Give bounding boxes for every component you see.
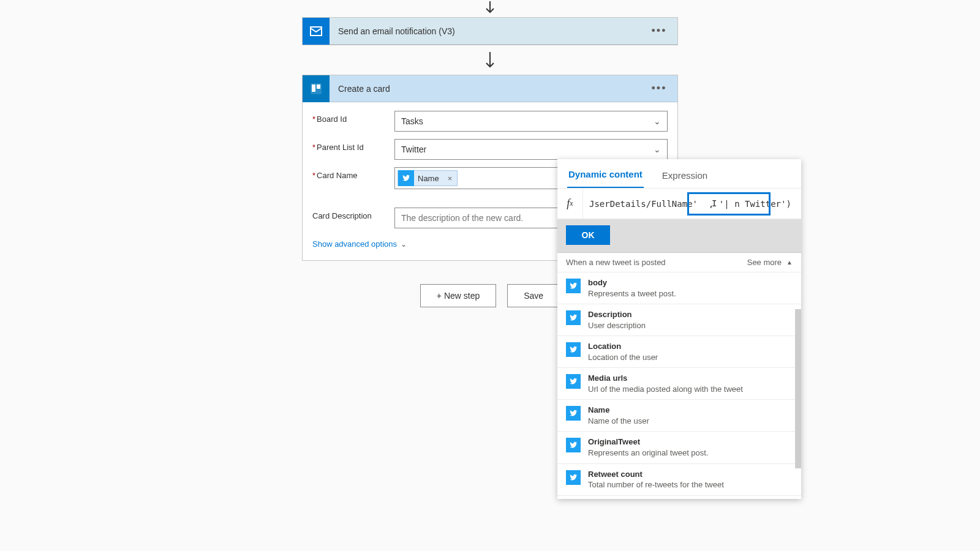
dynamic-token-name[interactable]: Name × [398, 170, 458, 186]
flow-arrow-icon [302, 0, 678, 16]
dynamic-item-title: Description [588, 309, 646, 320]
dynamic-item-title: Media urls [588, 373, 743, 384]
dynamic-item-desc: Represents a tweet post. [588, 288, 676, 299]
dynamic-item-desc: Url of the media posted along with the t… [588, 384, 743, 395]
dynamic-content-item[interactable]: Tweet text Text content of the tweet [557, 496, 801, 499]
dynamic-item-desc: Location of the user [588, 352, 658, 363]
step-title: Create a card [338, 84, 642, 94]
dynamic-content-item[interactable]: Name Name of the user [557, 400, 801, 432]
dynamic-item-desc: Total number of re-tweets for the tweet [588, 479, 724, 490]
trello-icon [303, 75, 330, 102]
dynamic-item-title: body [588, 277, 676, 288]
dynamic-content-list[interactable]: body Represents a tweet post. Descriptio… [557, 272, 801, 499]
dynamic-content-panel: Dynamic content Expression fx JserDetail… [557, 159, 801, 499]
chevron-down-icon: ⌄ [401, 240, 407, 249]
svg-rect-2 [312, 84, 315, 92]
field-label-carddesc: Card Description [312, 208, 386, 220]
show-advanced-options-link[interactable]: Show advanced options ⌄ [312, 239, 407, 249]
token-remove-button[interactable]: × [443, 174, 458, 183]
dynamic-item-title: OriginalTweet [588, 437, 709, 448]
tab-expression[interactable]: Expression [661, 170, 709, 188]
dynamic-content-item[interactable]: Retweet count Total number of re-tweets … [557, 464, 801, 496]
dynamic-section-title: When a new tweet is posted [566, 258, 666, 267]
twitter-icon [566, 342, 581, 357]
twitter-icon [566, 279, 581, 293]
new-step-button[interactable]: + New step [420, 284, 496, 307]
chevron-down-icon: ⌄ [654, 144, 661, 154]
twitter-icon [566, 406, 581, 421]
see-more-link[interactable]: See more [747, 258, 782, 267]
ok-button[interactable]: OK [566, 225, 610, 245]
save-button[interactable]: Save [507, 284, 560, 307]
board-id-select[interactable]: Tasks ⌄ [394, 111, 668, 132]
dynamic-item-desc: User description [588, 320, 646, 331]
flow-arrow-icon [302, 51, 678, 70]
dynamic-item-title: Location [588, 341, 658, 352]
step-menu-button[interactable]: ••• [650, 82, 668, 95]
fx-icon: fx [557, 189, 583, 219]
svg-rect-3 [317, 84, 320, 89]
twitter-icon [566, 374, 581, 389]
field-label-cardname: *Card Name [312, 167, 386, 180]
twitter-icon [398, 170, 414, 186]
dynamic-content-item[interactable]: Location Location of the user [557, 336, 801, 368]
tab-dynamic-content[interactable]: Dynamic content [567, 169, 644, 188]
step-menu-button[interactable]: ••• [650, 24, 668, 37]
dynamic-item-desc: Represents an original tweet post. [588, 448, 709, 459]
collapse-icon[interactable]: ▲ [786, 259, 793, 266]
scrollbar[interactable] [795, 309, 801, 468]
dynamic-content-item[interactable]: Description User description [557, 304, 801, 336]
twitter-icon [566, 470, 581, 485]
field-label-list: *Parent List Id [312, 139, 386, 152]
field-label-board: *Board Id [312, 111, 386, 124]
dynamic-item-title: Retweet count [588, 469, 724, 480]
step-title: Send an email notification (V3) [338, 26, 642, 36]
twitter-icon [566, 438, 581, 452]
flow-step-email[interactable]: Send an email notification (V3) ••• [302, 17, 678, 45]
dynamic-content-item[interactable]: OriginalTweet Represents an original twe… [557, 432, 801, 463]
twitter-icon [566, 310, 581, 325]
dynamic-content-item[interactable]: Media urls Url of the media posted along… [557, 368, 801, 400]
mail-icon [303, 18, 330, 45]
dynamic-item-title: Name [588, 405, 649, 416]
dynamic-item-desc: Name of the user [588, 416, 649, 427]
chevron-down-icon: ⌄ [654, 116, 661, 126]
dynamic-content-item[interactable]: body Represents a tweet post. [557, 272, 801, 304]
parent-list-id-select[interactable]: Twitter ⌄ [394, 139, 668, 160]
expression-input[interactable]: JserDetails/FullName', '| n Twitter') I [583, 189, 801, 219]
